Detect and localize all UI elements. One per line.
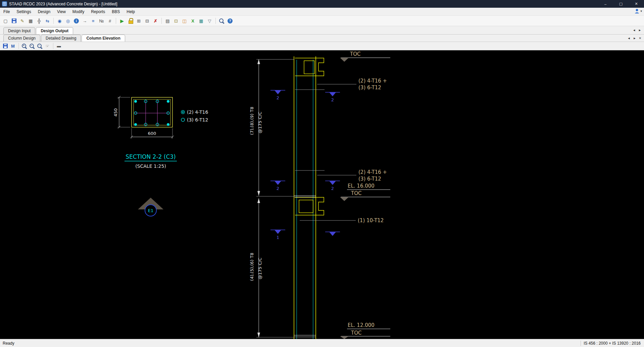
filter-icon[interactable]: ▽ [206, 17, 213, 25]
menu-reports[interactable]: Reports [88, 8, 108, 15]
schedule-icon[interactable]: ⊟ [143, 17, 151, 25]
close-button[interactable]: ✕ [629, 0, 644, 8]
user-caret-icon: ▾ [640, 9, 642, 13]
minimize-button[interactable]: – [598, 0, 613, 8]
legend-t16-label: (2) 4-T16 [187, 109, 208, 115]
tab-close-icon[interactable]: ✕ [637, 36, 643, 41]
menu-file[interactable]: File [0, 8, 13, 15]
export-icon[interactable]: → [81, 17, 89, 25]
link-bars-label: (1) 10-T12 [358, 217, 384, 224]
toc-top-marker [340, 58, 349, 62]
status-separator [581, 341, 581, 346]
new-file-icon[interactable]: ▢ [2, 17, 9, 25]
menu-view[interactable]: View [54, 8, 69, 15]
bbs-package-icon[interactable]: ◫ [181, 17, 188, 25]
tab-scroll-left-icon[interactable]: ◄ [626, 36, 632, 41]
stirrup-marker: 2 [270, 90, 285, 100]
run-icon[interactable]: ▶ [118, 17, 126, 25]
user-account-button[interactable]: ▾ [634, 8, 642, 14]
svg-text:2: 2 [331, 97, 334, 102]
toc-mid-marker [340, 197, 349, 201]
zoom-out-icon[interactable]: − [29, 43, 36, 50]
numbered-list-icon[interactable]: № [98, 17, 105, 25]
tab-scroll-right-icon[interactable]: ► [637, 28, 643, 33]
section-view: 450 600 (2) 4-T16 (3) 6-T12 SECTION 2-2 … [113, 96, 208, 216]
titlebar: STAAD RCDC 2023 (Advanced Concrete Desig… [0, 0, 644, 8]
statusbar: Ready IS 456 : 2000 + IS 13920 : 2016 [0, 339, 644, 347]
pan-icon[interactable]: ☞ [44, 43, 51, 50]
tab-column-design[interactable]: Column Design [3, 35, 40, 42]
zoom-window-icon[interactable]: ▫ [36, 43, 43, 50]
globe-icon[interactable]: ◉ [56, 17, 63, 25]
stirrup-marker [325, 232, 340, 236]
status-design-codes: IS 456 : 2000 + IS 13920 : 2016 [584, 341, 644, 346]
search-icon[interactable] [218, 17, 226, 25]
mid-bars-label-2: (3) 6-T12 [358, 176, 381, 182]
bar-list-icon[interactable]: ≡ [89, 17, 97, 25]
info-icon[interactable]: i [72, 17, 80, 25]
page-transfer-icon[interactable]: ⇆ [44, 17, 51, 25]
toolbar-separator [161, 18, 162, 24]
status-message: Ready [0, 341, 578, 346]
bottom-stirrup-spacing-label: @175 C/C [257, 258, 262, 279]
table-icon[interactable]: ▦ [197, 17, 205, 25]
help-icon[interactable]: ? [226, 17, 234, 25]
toolbar-separator [215, 18, 216, 24]
toc-bottom-label: TOC [351, 330, 361, 336]
elevation-view: TOC (2) 4-T16 + (3) 6-T12 2 2 [249, 51, 390, 339]
svg-text:2: 2 [277, 186, 279, 191]
tab-scroll-left-icon[interactable]: ◄ [631, 28, 637, 33]
copy-icon[interactable]: ⊡ [172, 17, 180, 25]
menu-design[interactable]: Design [35, 8, 54, 15]
menu-help[interactable]: Help [123, 8, 138, 15]
bottom-stirrup-marks-label: (4),(5),(6) T8 [249, 253, 254, 281]
layout-icon[interactable]: ⊞ [135, 17, 143, 25]
tab-detailed-drawing[interactable]: Detailed Drawing [41, 35, 81, 42]
maximize-button[interactable]: ▢ [613, 0, 629, 8]
dimension-style-icon[interactable]: ▬ [55, 43, 62, 50]
toolbar-separator [53, 18, 54, 24]
tab-design-output[interactable]: Design Output [36, 27, 73, 34]
toc-top-label: TOC [350, 51, 360, 57]
plot-settings-icon[interactable]: M [9, 43, 16, 50]
svg-text:1: 1 [277, 235, 279, 240]
report-icon[interactable]: ▤ [164, 17, 171, 25]
top-stirrup-marks-label: (7),(8),(9) T8 [249, 107, 254, 135]
toolbar-separator [18, 43, 19, 49]
save-view-icon[interactable] [2, 43, 9, 50]
svg-text:2: 2 [331, 186, 334, 191]
menu-bbs[interactable]: BBS [108, 8, 123, 15]
drawing-canvas[interactable]: 450 600 (2) 4-T16 (3) 6-T12 SECTION 2-2 … [0, 50, 644, 339]
top-stirrup-spacing-label: @175 C/C [257, 112, 262, 133]
redesign-icon[interactable]: ◎ [64, 17, 72, 25]
menu-modify[interactable]: Modify [69, 8, 88, 15]
menu-settings[interactable]: Settings [13, 8, 34, 15]
stirrup-marker: 2 [270, 181, 285, 191]
tab-scroll-right-icon[interactable]: ► [632, 36, 638, 41]
drawing-viewport: 450 600 (2) 4-T16 (3) 6-T12 SECTION 2-2 … [0, 50, 644, 339]
toolbar-separator [116, 18, 116, 24]
edit-drawing-icon[interactable]: ✎ [18, 17, 26, 25]
grid-settings-icon[interactable]: ▦ [27, 17, 35, 25]
stirrup-marker: 2 [325, 181, 340, 191]
delete-icon[interactable]: ✗ [152, 17, 159, 25]
el-16-label: EL. 16.000 [348, 183, 375, 189]
section-width-dim: 600 [148, 131, 156, 136]
member-layout-icon[interactable]: ╬ [35, 17, 43, 25]
top-bars-label-1: (2) 4-T16 + [358, 78, 387, 84]
lock-icon[interactable] [127, 17, 134, 25]
tab-column-elevation[interactable]: Column Elevation [82, 35, 125, 42]
user-icon [634, 8, 640, 14]
floppy-icon [12, 18, 16, 23]
el-12-label: EL. 12.000 [348, 322, 375, 328]
window-title: STAAD RCDC 2023 (Advanced Concrete Desig… [9, 2, 598, 6]
save-icon[interactable] [10, 17, 18, 25]
tab-design-input[interactable]: Design Input [3, 27, 35, 34]
section-scale-note: (SCALE 1:25) [135, 163, 166, 169]
tab-row-primary: Design Input Design Output ◄ ► [0, 26, 644, 35]
excel-export-icon[interactable]: X [189, 17, 197, 25]
grid-lines-icon[interactable]: # [106, 17, 114, 25]
zoom-in-icon[interactable]: + [21, 43, 28, 50]
stirrup-marker: 2 [325, 92, 340, 102]
menubar: File Settings Design View Modify Reports… [0, 8, 644, 16]
